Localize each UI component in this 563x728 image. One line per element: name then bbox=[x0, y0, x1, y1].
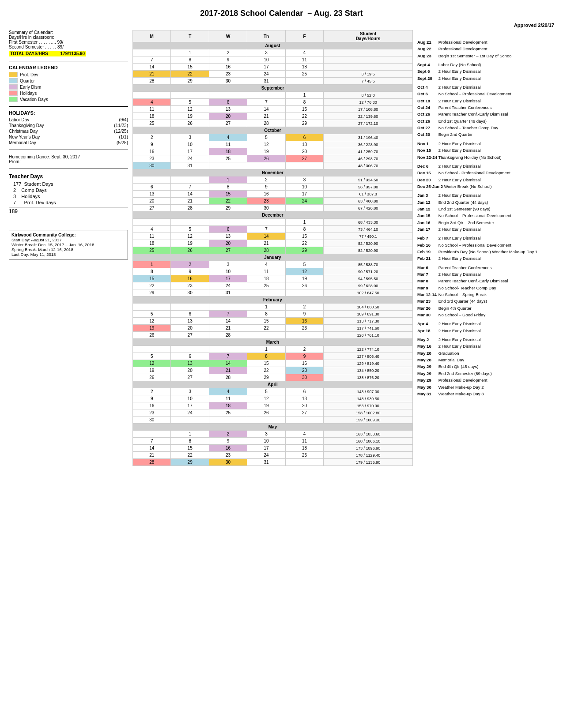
student-days-cell: 56 / 357.00 bbox=[324, 184, 413, 191]
calendar-day: 4 bbox=[133, 226, 171, 233]
event-text: 2 Hour Early Dismissal bbox=[438, 76, 481, 81]
calendar-day: 6 bbox=[209, 99, 247, 106]
event-text: No School – Professional Development bbox=[438, 91, 511, 96]
student-days-cell: 173 / 1096.90 bbox=[324, 445, 413, 452]
calendar-day: 21 bbox=[171, 198, 209, 205]
calendar-row: 7891011168 / 1066.10 bbox=[133, 438, 413, 445]
calendar-day: 28 bbox=[133, 78, 171, 85]
calendar-row: 1213141516113 / 717.30 bbox=[133, 318, 413, 325]
event-text: No School – Teacher Comp Day bbox=[438, 125, 499, 130]
calendar-day bbox=[247, 417, 285, 424]
event-date: Mar 9 bbox=[417, 285, 437, 291]
calendar-day: 27 bbox=[133, 205, 171, 212]
event-date: Jan 12 bbox=[417, 206, 437, 212]
calendar-day: 5 bbox=[247, 388, 285, 395]
calendar-day: 16 bbox=[247, 191, 285, 198]
calendar-day bbox=[247, 162, 285, 169]
calendar-day: 3 bbox=[247, 49, 285, 56]
event-text: 2 Hour Early Dismissal bbox=[438, 227, 481, 232]
second-semester: Second Semester . . . . . 89/ bbox=[9, 45, 128, 49]
event-text: Thanksgiving Holiday (No School) bbox=[438, 155, 501, 160]
calendar-day: 29 bbox=[133, 289, 171, 296]
calendar-day bbox=[209, 417, 247, 424]
holiday-newyears: New Year's Day (1/1) bbox=[9, 135, 128, 139]
calendar-day: 9 bbox=[209, 56, 247, 64]
event-date: Nov 1 bbox=[417, 141, 437, 146]
calendar-row: 2324252627158 / 1002.80 bbox=[133, 409, 413, 417]
event-item: Mar 7 2 Hour Early Dismissal bbox=[417, 272, 554, 277]
calendar-day: 15 bbox=[285, 233, 323, 240]
kcc-winter: Winter Break: Dec. 15, 2017 – Jan. 16, 2… bbox=[11, 242, 94, 247]
teacher-days-total: 189 bbox=[9, 207, 128, 214]
calendar-row: 293031102 / 647.50 bbox=[133, 289, 413, 296]
calendar-day bbox=[285, 162, 323, 169]
event-text: Begin 2nd Quarter bbox=[438, 132, 473, 137]
calendar-day bbox=[285, 417, 323, 424]
calendar-day: 7 bbox=[133, 56, 171, 64]
calendar-day: 7 bbox=[247, 99, 285, 106]
event-text: 2 Hour Early Dismissal bbox=[438, 328, 481, 333]
event-item: Feb 19 President's Day (No School) Weath… bbox=[417, 249, 554, 255]
calendar-day: 11 bbox=[209, 395, 247, 402]
calendar-day: 6 bbox=[171, 311, 209, 318]
event-text: Begin 1st Semester – 1st Day of School bbox=[438, 53, 513, 58]
calendar-row: 12351 / 324.50 bbox=[133, 176, 413, 184]
calendar-day: 22 bbox=[209, 198, 247, 205]
calendar-day bbox=[247, 332, 285, 339]
event-date: Feb 7 bbox=[417, 236, 437, 241]
kcc-start: Start Day: August 21, 2017 bbox=[11, 237, 62, 242]
student-days-cell: 7 / 45.5 bbox=[324, 78, 413, 85]
calendar-day: 2 bbox=[133, 388, 171, 395]
student-days-cell bbox=[324, 49, 413, 56]
col-t: T bbox=[171, 30, 209, 42]
divider1 bbox=[9, 61, 128, 61]
event-item: Apr 18 2 Hour Early Dismissal bbox=[417, 328, 554, 334]
event-date: Apr 18 bbox=[417, 328, 437, 334]
event-date: Oct 26 bbox=[417, 119, 437, 124]
event-item: May 20 Graduation bbox=[417, 351, 554, 356]
calendar-row: 12122 / 774.10 bbox=[133, 346, 413, 353]
calendar-day: 15 bbox=[247, 318, 285, 325]
event-item: Aug 23 Begin 1st Semester – 1st Day of S… bbox=[417, 53, 554, 59]
event-date: Feb 16 bbox=[417, 243, 437, 248]
calendar-day bbox=[247, 92, 285, 99]
calendar-day: 2 bbox=[285, 304, 323, 311]
calendar-day: 25 bbox=[247, 282, 285, 289]
right-events-column: Aug 21 Professional DevelopmentAug 22 Pr… bbox=[417, 30, 554, 466]
calendar-day: 14 bbox=[209, 360, 247, 367]
calendar-day: 8 bbox=[133, 268, 171, 275]
calendar-day: 29 bbox=[285, 120, 323, 127]
calendar-day: 27 bbox=[171, 332, 209, 339]
calendar-day: 19 bbox=[247, 148, 285, 155]
student-days-cell: 127 / 806.40 bbox=[324, 353, 413, 360]
calendar-row: 12104 / 660.50 bbox=[133, 304, 413, 311]
calendar-day: 26 bbox=[285, 282, 323, 289]
calendar-day: 10 bbox=[247, 438, 285, 445]
event-text: End 4th Qtr (45 days) bbox=[438, 364, 479, 369]
event-text: 2 Hour Early Dismissal bbox=[438, 337, 481, 342]
student-days-cell: 22 / 139.60 bbox=[324, 113, 413, 120]
calendar-day: 13 bbox=[285, 141, 323, 148]
calendar-day: 14 bbox=[247, 106, 285, 113]
event-item: Sept 6 2 Hour Early Dismissal bbox=[417, 69, 554, 74]
calendar-day: 1 bbox=[133, 261, 171, 268]
calendar-day: 11 bbox=[285, 56, 323, 64]
event-date: Apr 4 bbox=[417, 321, 437, 326]
calendar-day: 9 bbox=[247, 184, 285, 191]
event-date: Oct 24 bbox=[417, 105, 437, 110]
event-text: Professional Development bbox=[438, 40, 487, 45]
col-m: M bbox=[133, 30, 171, 42]
total-label: TOTAL DAYS/HRS bbox=[10, 51, 48, 56]
calendar-day: 2 bbox=[247, 176, 285, 184]
calendar-day: 9 bbox=[133, 395, 171, 402]
calendar-day: 20 bbox=[133, 198, 171, 205]
calendar-day: 19 bbox=[171, 113, 209, 120]
event-item: Oct 24 Parent Teacher Conferences bbox=[417, 105, 554, 110]
event-text: End 2nd Quarter (44 days) bbox=[438, 200, 488, 205]
calendar-day: 22 bbox=[285, 240, 323, 247]
calendar-day: 22 bbox=[133, 282, 171, 289]
event-text: Labor Day (No School) bbox=[438, 62, 481, 67]
student-days-cell: 82 / 520.90 bbox=[324, 240, 413, 247]
holiday-thanksgiving: Thanksgiving Day (11/23) bbox=[9, 123, 128, 128]
calendar-day: 25 bbox=[133, 120, 171, 127]
